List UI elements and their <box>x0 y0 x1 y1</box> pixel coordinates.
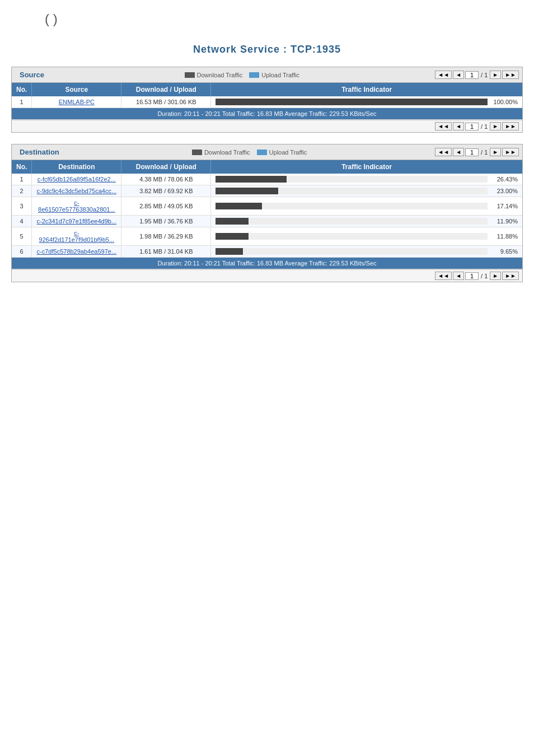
dest-footer-prev-btn[interactable]: ◄ <box>453 272 464 280</box>
dest-footer-pagination: ◄◄ ◄ / 1 ► ►► <box>12 269 522 282</box>
source-footer-next-btn[interactable]: ► <box>490 122 501 130</box>
dest-footer-first-btn[interactable]: ◄◄ <box>435 272 452 280</box>
source-pagination: ◄◄ ◄ / 1 ► ►► <box>435 71 519 79</box>
dest-dl-cell: 2.85 MB / 49.05 KB <box>121 197 211 216</box>
dest-dest-cell[interactable]: c-2c341d7c97e1f85ee4d9b... <box>32 216 121 227</box>
destination-section: Destination Download Traffic Upload Traf… <box>11 144 523 282</box>
dest-col-dl: Download / Upload <box>121 160 211 174</box>
dest-no-cell: 4 <box>12 216 32 227</box>
table-row: 6 c-c7df5c578b29ab4ea597e... 1.61 MB / 3… <box>12 246 522 258</box>
dest-indicator-cell: 23.00% <box>211 185 522 197</box>
dest-download-legend: Download Traffic <box>192 149 250 156</box>
table-row: 4 c-2c341d7c97e1f85ee4d9b... 1.95 MB / 3… <box>12 216 522 227</box>
download-bar-icon <box>185 72 195 78</box>
source-no-cell: 1 <box>12 96 32 108</box>
source-last-btn[interactable]: ►► <box>502 71 519 79</box>
dest-footer-last-btn[interactable]: ►► <box>502 272 519 280</box>
table-row: 1 ENMLAB-PC 16.53 MB / 301.06 KB 100.00% <box>12 96 522 108</box>
dest-indicator-cell: 26.43% <box>211 174 522 185</box>
source-legend: Download Traffic Upload Traffic <box>185 72 299 78</box>
source-download-label: Download Traffic <box>197 72 243 78</box>
dest-legend: Download Traffic Upload Traffic <box>192 149 307 156</box>
source-section: Source Download Traffic Upload Traffic ◄… <box>11 67 523 133</box>
source-footer-page-input[interactable] <box>465 123 479 130</box>
table-row: 5 c-9264f2d171e7f9d01bf9b5... 1.98 MB / … <box>12 227 522 246</box>
dest-summary-cell: Duration: 20:11 - 20:21 Total Traffic: 1… <box>12 258 522 269</box>
dest-prev-btn[interactable]: ◄ <box>453 148 464 156</box>
source-first-btn[interactable]: ◄◄ <box>435 71 452 79</box>
dest-footer-page-input[interactable] <box>465 272 479 280</box>
source-table: No. Source Download / Upload Traffic Ind… <box>12 83 522 120</box>
source-footer-pagination: ◄◄ ◄ / 1 ► ►► <box>12 120 522 132</box>
brackets: ( ) <box>45 11 523 27</box>
dest-section-header: Destination Download Traffic Upload Traf… <box>12 144 522 160</box>
dest-page-total: / 1 <box>480 149 489 156</box>
source-section-header: Source Download Traffic Upload Traffic ◄… <box>12 67 522 83</box>
dest-no-cell: 2 <box>12 185 32 197</box>
source-footer-page-total: / 1 <box>480 123 489 130</box>
dest-dl-cell: 1.61 MB / 31.04 KB <box>121 246 211 258</box>
dest-col-indicator: Traffic Indicator <box>211 160 522 174</box>
table-row: 2 c-9dc9c4c3dc5ebd75ca4cc... 3.82 MB / 6… <box>12 185 522 197</box>
source-upload-legend: Upload Traffic <box>249 72 299 78</box>
source-indicator-cell: 100.00% <box>211 96 522 108</box>
source-section-title: Source <box>15 69 49 80</box>
dest-indicator-cell: 17.14% <box>211 197 522 216</box>
dest-no-cell: 1 <box>12 174 32 185</box>
dest-indicator-cell: 11.90% <box>211 216 522 227</box>
dest-upload-legend: Upload Traffic <box>257 149 307 156</box>
dest-dest-cell[interactable]: c-8e61507e57763830a2801... <box>32 197 121 216</box>
dest-page-input[interactable] <box>465 148 479 156</box>
upload-bar-icon <box>249 72 259 78</box>
dest-first-btn[interactable]: ◄◄ <box>435 148 452 156</box>
dest-table: No. Destination Download / Upload Traffi… <box>12 160 522 269</box>
source-col-source: Source <box>32 83 121 96</box>
dest-col-dest: Destination <box>32 160 121 174</box>
dest-download-bar-icon <box>192 150 202 155</box>
source-page-total: / 1 <box>480 72 489 78</box>
source-col-indicator: Traffic Indicator <box>211 83 522 96</box>
dest-no-cell: 6 <box>12 246 32 258</box>
source-next-btn[interactable]: ► <box>490 71 501 79</box>
source-src-cell[interactable]: ENMLAB-PC <box>32 96 121 108</box>
source-footer-prev-btn[interactable]: ◄ <box>453 122 464 130</box>
source-summary-cell: Duration: 20:11 - 20:21 Total Traffic: 1… <box>12 108 522 120</box>
dest-dest-cell[interactable]: c-fcf65db126a89f5a16f2e2... <box>32 174 121 185</box>
source-table-header-row: No. Source Download / Upload Traffic Ind… <box>12 83 522 96</box>
source-prev-btn[interactable]: ◄ <box>453 71 464 79</box>
table-row: 3 c-8e61507e57763830a2801... 2.85 MB / 4… <box>12 197 522 216</box>
dest-pagination: ◄◄ ◄ / 1 ► ►► <box>435 148 519 156</box>
dest-dest-cell[interactable]: c-9dc9c4c3dc5ebd75ca4cc... <box>32 185 121 197</box>
dest-footer-next-btn[interactable]: ► <box>490 272 501 280</box>
dest-dest-cell[interactable]: c-9264f2d171e7f9d01bf9b5... <box>32 227 121 246</box>
source-download-legend: Download Traffic <box>185 72 243 78</box>
source-col-dl: Download / Upload <box>121 83 211 96</box>
dest-no-cell: 3 <box>12 197 32 216</box>
source-summary-row: Duration: 20:11 - 20:21 Total Traffic: 1… <box>12 108 522 120</box>
source-footer-last-btn[interactable]: ►► <box>502 122 519 130</box>
dest-dl-cell: 3.82 MB / 69.92 KB <box>121 185 211 197</box>
source-page-input[interactable] <box>465 71 479 79</box>
dest-download-label: Download Traffic <box>204 149 250 156</box>
dest-dl-cell: 4.38 MB / 78.06 KB <box>121 174 211 185</box>
dest-last-btn[interactable]: ►► <box>502 148 519 156</box>
dest-dl-cell: 1.98 MB / 36.29 KB <box>121 227 211 246</box>
dest-dest-cell[interactable]: c-c7df5c578b29ab4ea597e... <box>32 246 121 258</box>
dest-summary-row: Duration: 20:11 - 20:21 Total Traffic: 1… <box>12 258 522 269</box>
dest-indicator-cell: 11.88% <box>211 227 522 246</box>
dest-no-cell: 5 <box>12 227 32 246</box>
dest-footer-page-total: / 1 <box>480 273 489 279</box>
dest-indicator-cell: 9.65% <box>211 246 522 258</box>
dest-upload-bar-icon <box>257 150 267 155</box>
source-upload-label: Upload Traffic <box>261 72 299 78</box>
dest-upload-label: Upload Traffic <box>269 149 307 156</box>
dest-table-header-row: No. Destination Download / Upload Traffi… <box>12 160 522 174</box>
dest-col-no: No. <box>12 160 32 174</box>
dest-next-btn[interactable]: ► <box>490 148 501 156</box>
source-footer-first-btn[interactable]: ◄◄ <box>435 122 452 130</box>
source-col-no: No. <box>12 83 32 96</box>
table-row: 1 c-fcf65db126a89f5a16f2e2... 4.38 MB / … <box>12 174 522 185</box>
dest-section-title: Destination <box>15 147 64 157</box>
dest-dl-cell: 1.95 MB / 36.76 KB <box>121 216 211 227</box>
source-dl-cell: 16.53 MB / 301.06 KB <box>121 96 211 108</box>
